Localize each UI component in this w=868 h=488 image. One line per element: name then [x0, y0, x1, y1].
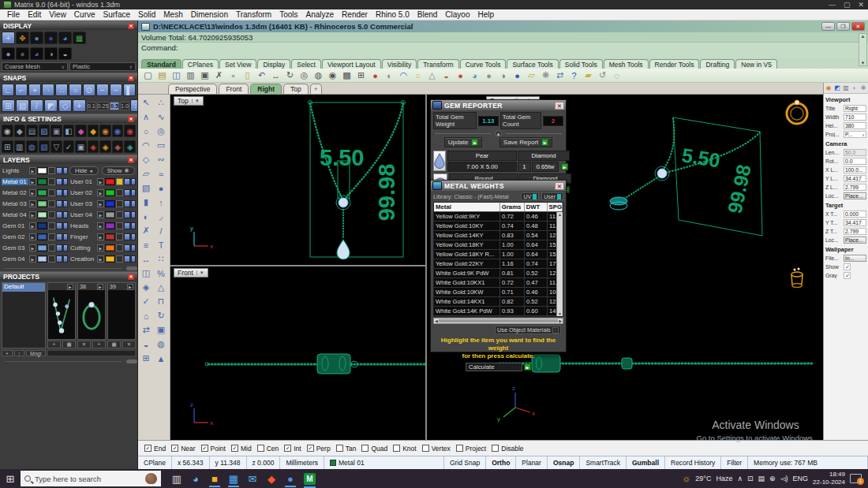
- material-sphere-icon[interactable]: ●: [455, 69, 466, 81]
- snap-point-icon[interactable]: +: [28, 84, 41, 96]
- select-arrow-icon[interactable]: ↖: [139, 96, 153, 110]
- rainbow-sphere-icon[interactable]: ◕: [469, 69, 481, 81]
- property-value[interactable]: 34.417: [844, 175, 866, 182]
- notification-center-icon[interactable]: 1: [850, 474, 862, 483]
- bluestacks-icon[interactable]: ▤: [758, 475, 765, 482]
- circle-icon[interactable]: ○: [139, 125, 153, 138]
- close-button[interactable]: ✕: [858, 1, 864, 9]
- projects-panel-header[interactable]: PROJECTS✕: [0, 271, 137, 281]
- mode-sphere-5-icon[interactable]: ◒: [58, 47, 72, 60]
- trim-icon[interactable]: ✗: [139, 224, 153, 237]
- layer-lock-icon[interactable]: [116, 200, 123, 207]
- pen-icon[interactable]: ▰: [582, 69, 594, 81]
- grid-4-icon[interactable]: ⊞: [2, 140, 13, 153]
- layer-visibility-bar[interactable]: [124, 233, 136, 240]
- layer-row[interactable]: Finger▶: [69, 231, 137, 242]
- thumb-add-button[interactable]: +: [47, 341, 61, 348]
- measure-icon[interactable]: △: [154, 281, 168, 294]
- property-value[interactable]: Place...: [844, 192, 866, 199]
- thumb-delete-button[interactable]: ✕: [77, 341, 91, 348]
- layer-expand-button[interactable]: ▶: [97, 244, 104, 251]
- layer-name[interactable]: User 02: [69, 189, 96, 196]
- osnap-int[interactable]: ✓Int: [284, 445, 301, 453]
- table-row[interactable]: Yellow Gold:18KY R...1.000.6415.4: [434, 250, 563, 259]
- menu-item[interactable]: Solid: [134, 10, 159, 19]
- layer-lock-icon[interactable]: [116, 233, 123, 240]
- search-daily-image[interactable]: [145, 473, 157, 484]
- osnap-project[interactable]: Project: [456, 445, 486, 453]
- osnap-point[interactable]: ✓Point: [201, 445, 226, 453]
- gem-gold-icon[interactable]: ◈: [99, 140, 111, 153]
- project-manager-button[interactable]: Mngr: [26, 350, 46, 356]
- layer-name[interactable]: Gem 02: [2, 233, 28, 240]
- tab-render-tools[interactable]: Render Tools: [649, 59, 700, 69]
- display-rendered-icon[interactable]: ●: [44, 32, 58, 44]
- snap-circle-icon[interactable]: ○: [69, 84, 81, 96]
- table-row[interactable]: Yellow Gold:18KY1.000.6415.4: [434, 240, 563, 250]
- material-dropdown[interactable]: Plastic∨: [69, 62, 136, 71]
- grid-snap-0.1[interactable]: 0.1: [87, 102, 96, 110]
- tab-select[interactable]: Select: [291, 59, 321, 69]
- menu-item[interactable]: Dimension: [187, 10, 232, 19]
- layer-name[interactable]: Lights: [2, 167, 28, 174]
- z-coordinate[interactable]: z 0.000: [247, 456, 281, 469]
- layer-row[interactable]: Heads▶: [69, 220, 137, 231]
- shade-icon[interactable]: ◒: [139, 337, 153, 351]
- layer-expand-button[interactable]: ▶: [29, 167, 36, 174]
- arc-icon[interactable]: ◠: [139, 139, 153, 152]
- weather-icon[interactable]: ☼: [682, 473, 690, 484]
- mode-sphere-1-icon[interactable]: ●: [2, 47, 15, 60]
- layer-expand-button[interactable]: ▶: [97, 200, 104, 207]
- layer-visibility-bar[interactable]: [124, 189, 136, 196]
- thumb-delete-button[interactable]: ✕: [122, 341, 136, 348]
- layer-name[interactable]: Metal 01: [2, 178, 28, 185]
- offset-icon[interactable]: ≡: [139, 238, 153, 251]
- mail-icon[interactable]: ✉: [243, 469, 262, 488]
- layer-visibility-bar[interactable]: [56, 244, 68, 251]
- menu-item[interactable]: Help: [473, 10, 498, 19]
- snap-end-icon[interactable]: ∟: [2, 84, 14, 96]
- info-settings-panel-header[interactable]: INFO & SETTINGS✕: [0, 114, 137, 123]
- checkbox[interactable]: ✓: [144, 445, 152, 452]
- layer-expand-button[interactable]: ▶: [29, 255, 36, 263]
- table-row[interactable]: White Gold:9K PdW0.810.5212.5: [434, 269, 563, 278]
- extrude-icon[interactable]: ↑: [154, 196, 168, 209]
- grid-snap-toggle[interactable]: Grid Snap: [444, 456, 486, 469]
- units-button[interactable]: Millimeters: [280, 456, 324, 469]
- tab-drafting[interactable]: Drafting: [700, 59, 735, 69]
- start-button[interactable]: ⊞: [0, 469, 21, 488]
- copilot-icon[interactable]: ◕: [186, 469, 205, 488]
- layer-row[interactable]: User 04▶: [69, 209, 137, 220]
- layer-visibility-bar[interactable]: [56, 255, 68, 263]
- help-icon[interactable]: ?: [568, 69, 580, 81]
- metal-weights-title-bar[interactable]: METAL WEIGHTS ✕: [431, 181, 566, 191]
- layer-lock-icon[interactable]: [48, 189, 55, 196]
- layer-row[interactable]: Cutting▶: [69, 242, 137, 253]
- spiral-icon[interactable]: ↺: [597, 69, 608, 81]
- snap-tan-icon[interactable]: −: [110, 84, 122, 96]
- checkbox[interactable]: [257, 445, 264, 452]
- projects-scrollbar[interactable]: [47, 350, 136, 356]
- checkbox[interactable]: [422, 445, 429, 452]
- user-toggle[interactable]: User: [541, 192, 563, 200]
- viewport-front-label[interactable]: Front▼: [174, 268, 208, 278]
- split-icon[interactable]: /: [154, 224, 168, 237]
- table-row[interactable]: White Gold:14K PdW0.930.6014.3: [434, 307, 563, 316]
- viewport-tab-front[interactable]: Front: [219, 84, 249, 94]
- smarttrack-toggle[interactable]: SmartTrack: [580, 456, 627, 469]
- fillet-icon[interactable]: ◞: [154, 210, 168, 223]
- snap-settings-icon[interactable]: ∷: [130, 99, 138, 112]
- anchor-red-icon[interactable]: ◈: [88, 140, 99, 153]
- layer-lock-icon[interactable]: [116, 244, 123, 251]
- snap-cen-icon[interactable]: ∴: [55, 84, 68, 96]
- loft-icon[interactable]: ≈: [154, 167, 168, 181]
- layer-expand-button[interactable]: ▶: [29, 189, 36, 196]
- command-scrollbar[interactable]: ▲▼: [859, 33, 867, 66]
- snap-int-icon[interactable]: ⊙: [83, 84, 95, 96]
- layer-name[interactable]: Metal 02: [2, 189, 28, 196]
- undo-icon[interactable]: ↶: [256, 69, 268, 81]
- layers-panel-header[interactable]: LAYERS✕: [0, 155, 137, 164]
- property-value[interactable]: 2.799: [844, 184, 866, 191]
- close-icon[interactable]: ✕: [128, 23, 134, 29]
- display-cast-icon[interactable]: ⊡: [747, 475, 754, 482]
